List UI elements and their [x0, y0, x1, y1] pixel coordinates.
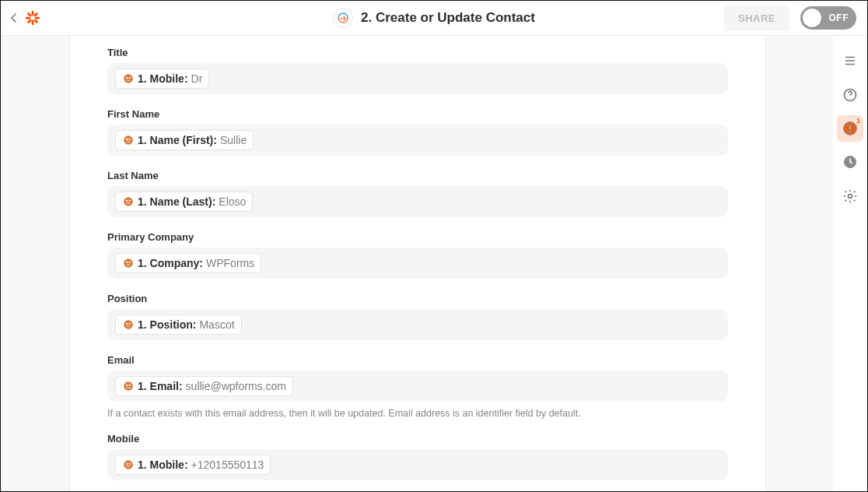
form-panel: Title 1. Mobile: Dr First Name 1. Name (… [69, 36, 766, 491]
svg-point-27 [126, 463, 128, 465]
svg-point-13 [129, 139, 131, 140]
svg-point-14 [124, 197, 133, 206]
svg-point-21 [126, 323, 128, 325]
svg-rect-5 [27, 19, 32, 23]
outline-icon[interactable] [833, 44, 867, 78]
svg-rect-2 [26, 17, 30, 19]
field-title: Title 1. Mobile: Dr [107, 47, 728, 94]
svg-point-36 [849, 131, 851, 132]
help-icon[interactable] [833, 78, 867, 112]
svg-point-20 [124, 320, 133, 329]
layout: Title 1. Mobile: Dr First Name 1. Name (… [1, 36, 867, 491]
pill-key: 1. Position: [138, 318, 196, 331]
field-input[interactable]: 1. Company: WPForms [107, 248, 728, 279]
pill-key: 1. Company: [138, 257, 203, 269]
svg-point-12 [126, 139, 128, 140]
field-first-name: First Name 1. Name (First): Sullie [107, 108, 728, 156]
error-badge: 1 [856, 117, 860, 125]
field-help-text: If a contact exists with this email addr… [107, 408, 728, 419]
step-title-text: 2. Create or Update Contact [361, 10, 535, 26]
toggle-label: OFF [829, 12, 849, 23]
field-position: Position 1. Position: Mascot [107, 293, 728, 340]
source-app-icon [122, 72, 135, 85]
field-label: Email [107, 354, 728, 366]
side-toolbar: 1 [833, 36, 867, 491]
source-app-icon [122, 134, 135, 146]
field-input[interactable]: 1. Name (First): Sullie [107, 125, 728, 156]
field-input[interactable]: 1. Mobile: Dr [107, 63, 728, 94]
pill-value: WPForms [206, 257, 254, 269]
field-label: Title [107, 47, 728, 58]
svg-point-11 [124, 135, 133, 145]
left-gutter [1, 36, 69, 491]
value-pill[interactable]: 1. Position: Mascot [115, 315, 242, 335]
value-pill[interactable]: 1. Mobile: +12015550113 [115, 455, 271, 475]
field-last-name: Last Name 1. Name (Last): Eloso [107, 170, 728, 217]
value-pill[interactable]: 1. Email: sullie@wpforms.com [115, 376, 293, 396]
field-mobile: Mobile 1. Mobile: +12015550113 [107, 433, 728, 480]
field-input[interactable]: 1. Name (Last): Eloso [107, 186, 728, 217]
source-app-icon [122, 318, 135, 331]
source-app-icon [122, 380, 135, 392]
source-app-icon [122, 195, 135, 208]
field-input[interactable]: 1. Email: sullie@wpforms.com [107, 371, 728, 402]
value-pill[interactable]: 1. Mobile: Dr [115, 69, 209, 89]
field-label: Position [107, 293, 728, 304]
pill-value: Dr [191, 72, 203, 85]
svg-point-33 [849, 98, 850, 99]
svg-point-15 [126, 200, 128, 202]
settings-icon[interactable] [833, 179, 867, 213]
back-button[interactable] [7, 11, 21, 25]
svg-point-22 [129, 323, 131, 325]
zapier-logo-icon [24, 9, 41, 26]
pill-value: sullie@wpforms.com [186, 380, 286, 392]
svg-point-19 [129, 262, 131, 263]
toggle-knob [803, 9, 821, 27]
field-primary-company: Primary Company 1. Company: WPForms [107, 231, 728, 279]
source-app-icon [122, 257, 135, 269]
svg-point-16 [129, 200, 131, 202]
svg-rect-7 [33, 19, 38, 23]
app-icon [333, 8, 353, 28]
svg-point-25 [129, 385, 131, 386]
value-pill[interactable]: 1. Name (First): Sullie [115, 130, 254, 150]
field-input[interactable]: 1. Mobile: +12015550113 [107, 449, 728, 480]
value-pill[interactable]: 1. Name (Last): Eloso [115, 192, 253, 212]
source-app-icon [122, 459, 135, 471]
svg-point-24 [126, 385, 128, 386]
svg-point-10 [129, 77, 131, 79]
svg-point-38 [849, 195, 852, 199]
svg-rect-6 [27, 12, 32, 17]
field-label: Primary Company [107, 231, 728, 243]
svg-rect-3 [35, 17, 40, 19]
svg-point-18 [126, 262, 128, 263]
pill-key: 1. Name (First): [138, 134, 217, 146]
pill-key: 1. Email: [138, 380, 183, 392]
share-button[interactable]: SHARE [724, 5, 789, 31]
value-pill[interactable]: 1. Company: WPForms [115, 253, 261, 273]
pill-value: Sullie [220, 134, 247, 146]
svg-rect-35 [849, 125, 851, 130]
field-input[interactable]: 1. Position: Mascot [107, 309, 728, 340]
svg-point-17 [124, 258, 133, 268]
history-icon[interactable] [833, 145, 867, 179]
enable-toggle[interactable]: OFF [800, 6, 856, 30]
svg-point-28 [129, 463, 131, 465]
right-gutter [766, 36, 833, 491]
svg-point-9 [126, 77, 128, 79]
pill-value: +12015550113 [191, 459, 264, 471]
pill-value: Mascot [199, 318, 234, 331]
pill-key: 1. Mobile: [138, 459, 188, 471]
svg-point-26 [124, 460, 133, 469]
pill-value: Eloso [219, 195, 246, 208]
error-icon[interactable]: 1 [837, 115, 863, 142]
pill-key: 1. Mobile: [138, 72, 188, 85]
field-email: Email 1. Email: sullie@wpforms.com If a … [107, 354, 728, 419]
svg-point-23 [124, 381, 133, 391]
svg-point-8 [124, 74, 133, 83]
field-label: Mobile [107, 433, 728, 445]
svg-rect-1 [32, 20, 34, 25]
pill-key: 1. Name (Last): [138, 195, 215, 208]
field-label: Last Name [107, 170, 728, 181]
svg-rect-4 [33, 12, 38, 17]
